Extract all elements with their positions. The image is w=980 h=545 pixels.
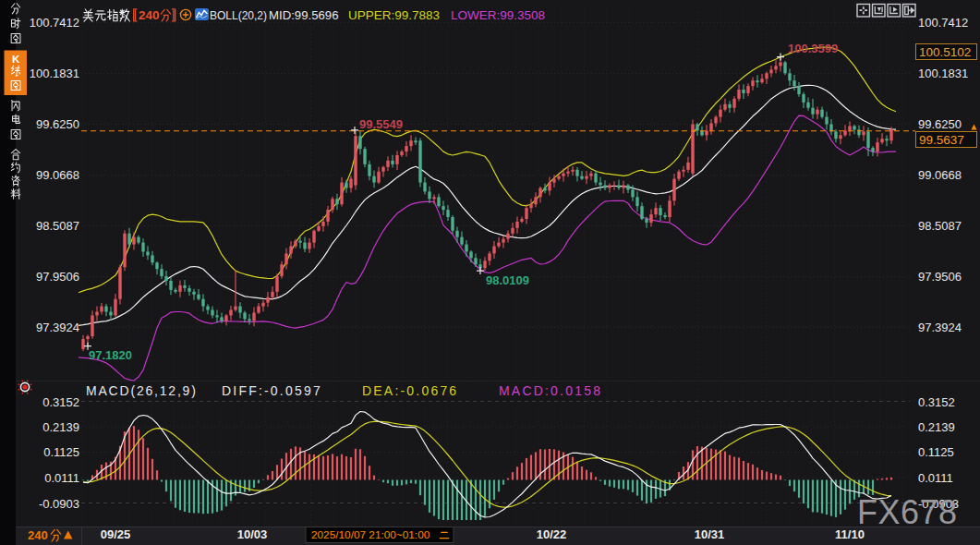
svg-text:240: 240 bbox=[28, 528, 48, 542]
svg-text:99.0668: 99.0668 bbox=[36, 168, 79, 182]
svg-text:DEA:-0.0676: DEA:-0.0676 bbox=[362, 383, 458, 398]
svg-text:0.1125: 0.1125 bbox=[43, 445, 79, 459]
svg-text:MID:99.5696: MID:99.5696 bbox=[269, 8, 339, 22]
svg-text:97.9506: 97.9506 bbox=[36, 270, 79, 284]
svg-text:10/03: 10/03 bbox=[237, 527, 268, 541]
svg-text:UPPER:99.7883: UPPER:99.7883 bbox=[348, 8, 440, 22]
svg-text:-0.0903: -0.0903 bbox=[39, 497, 79, 511]
svg-text:0.1125: 0.1125 bbox=[918, 445, 954, 459]
svg-text:100.7412: 100.7412 bbox=[30, 16, 79, 30]
svg-text:100.1831: 100.1831 bbox=[918, 67, 968, 80]
svg-text:97.3924: 97.3924 bbox=[36, 321, 79, 334]
svg-text:MACD(26,12,9): MACD(26,12,9) bbox=[86, 383, 198, 398]
svg-text:97.1820: 97.1820 bbox=[89, 348, 132, 362]
svg-text:98.5087: 98.5087 bbox=[918, 219, 962, 233]
svg-text:98.5087: 98.5087 bbox=[36, 219, 79, 233]
svg-text:10/31: 10/31 bbox=[695, 527, 725, 541]
svg-text:LOWER:99.3508: LOWER:99.3508 bbox=[451, 8, 545, 22]
svg-text:100.5102: 100.5102 bbox=[919, 45, 971, 59]
svg-text:0.2139: 0.2139 bbox=[42, 420, 79, 434]
svg-text:100.3599: 100.3599 bbox=[788, 42, 838, 55]
svg-text:97.9506: 97.9506 bbox=[918, 270, 962, 284]
svg-text:MACD:0.0158: MACD:0.0158 bbox=[499, 383, 602, 398]
svg-text:99.5637: 99.5637 bbox=[919, 133, 964, 147]
svg-text:09/25: 09/25 bbox=[101, 527, 131, 541]
svg-text:0.3152: 0.3152 bbox=[918, 395, 955, 409]
svg-text:FX678: FX678 bbox=[857, 493, 958, 531]
svg-text:240: 240 bbox=[139, 8, 160, 22]
svg-text:100.1831: 100.1831 bbox=[30, 67, 79, 80]
svg-text:99.6250: 99.6250 bbox=[918, 117, 962, 131]
svg-text:0.3152: 0.3152 bbox=[42, 395, 79, 409]
svg-text:10/22: 10/22 bbox=[537, 527, 567, 541]
svg-text:0.2139: 0.2139 bbox=[918, 420, 955, 434]
svg-text:99.5549: 99.5549 bbox=[359, 117, 403, 131]
svg-text:0.0111: 0.0111 bbox=[44, 471, 79, 485]
svg-text:K: K bbox=[12, 54, 20, 65]
svg-text:0.0111: 0.0111 bbox=[918, 471, 953, 485]
svg-text:DIFF:-0.0597: DIFF:-0.0597 bbox=[222, 383, 322, 398]
svg-text:97.3924: 97.3924 bbox=[918, 321, 962, 334]
svg-text:99.6250: 99.6250 bbox=[36, 117, 79, 131]
svg-text:100.7412: 100.7412 bbox=[918, 16, 968, 30]
svg-text:2025/10/07 21:00~01:00: 2025/10/07 21:00~01:00 bbox=[311, 528, 430, 541]
svg-text:99.0668: 99.0668 bbox=[918, 168, 962, 182]
svg-text:BOLL(20,2): BOLL(20,2) bbox=[210, 9, 267, 22]
svg-text:98.0109: 98.0109 bbox=[486, 273, 529, 287]
